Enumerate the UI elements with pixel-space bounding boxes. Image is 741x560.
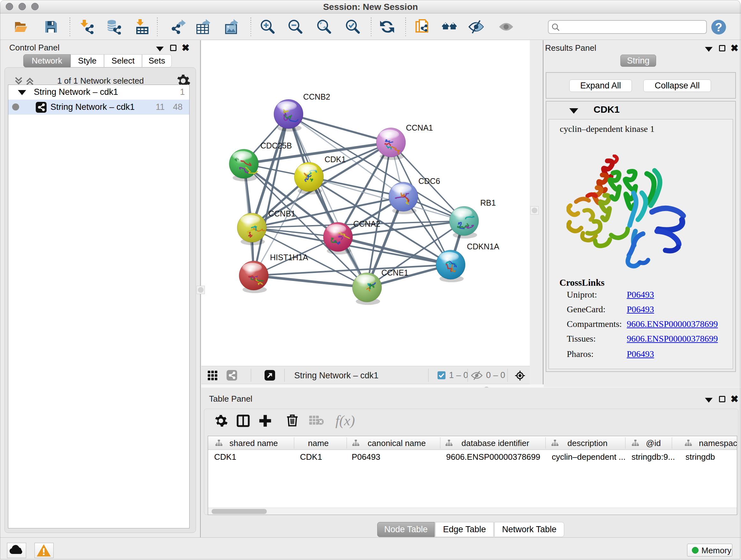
svg-text:CDC6: CDC6 — [418, 177, 440, 186]
svg-text:CCNA1: CCNA1 — [406, 123, 433, 132]
svg-text:CDK1: CDK1 — [325, 155, 346, 164]
svg-text:CCNB1: CCNB1 — [268, 209, 295, 218]
svg-text:CCNA2: CCNA2 — [353, 219, 381, 228]
svg-text:CDKN1A: CDKN1A — [467, 242, 499, 251]
svg-text:?: ? — [715, 21, 723, 34]
svg-text:CCNB2: CCNB2 — [303, 92, 330, 101]
svg-text:RB1: RB1 — [480, 198, 496, 207]
svg-text:CDC25B: CDC25B — [260, 141, 292, 150]
svg-text:CCNE1: CCNE1 — [381, 268, 408, 277]
svg-text:HIST1H1A: HIST1H1A — [270, 253, 308, 262]
